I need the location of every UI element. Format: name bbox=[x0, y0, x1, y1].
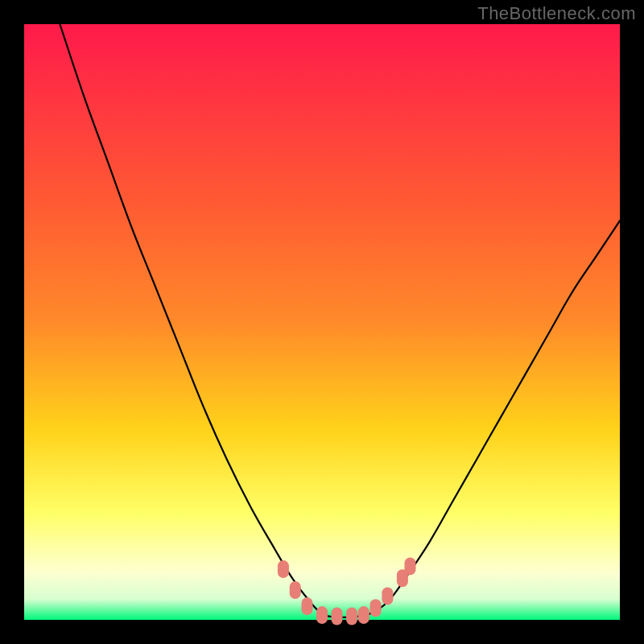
gradient-background bbox=[24, 24, 620, 620]
curve-marker bbox=[405, 557, 416, 575]
curve-marker bbox=[332, 608, 343, 625]
curve-marker bbox=[302, 597, 313, 615]
curve-marker bbox=[278, 560, 289, 578]
curve-marker bbox=[382, 587, 393, 605]
bottleneck-plot bbox=[0, 0, 644, 644]
curve-marker bbox=[358, 606, 369, 624]
attribution-text: TheBottleneck.com bbox=[477, 3, 636, 24]
curve-marker bbox=[346, 608, 357, 625]
chart-frame: TheBottleneck.com bbox=[0, 0, 644, 644]
curve-marker bbox=[370, 599, 382, 617]
curve-marker bbox=[290, 581, 301, 599]
curve-marker bbox=[316, 606, 328, 624]
